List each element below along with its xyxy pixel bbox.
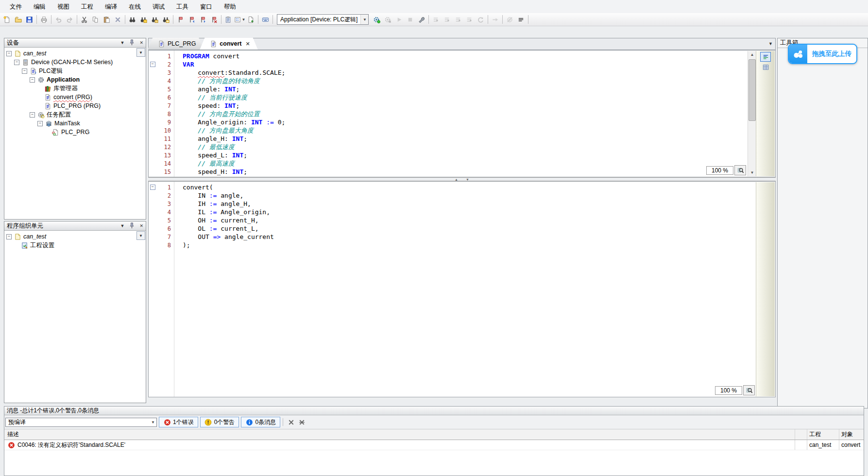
clear-message-button[interactable]	[286, 417, 296, 427]
find-in-project-button[interactable]	[149, 14, 160, 25]
devices-tree-item-task-configuration[interactable]: − 任务配置	[4, 110, 146, 119]
collapse-icon[interactable]: −	[14, 60, 19, 65]
menu-debug[interactable]: 调试	[147, 1, 170, 13]
devices-tree-item-can-test[interactable]: − can_test	[4, 49, 146, 58]
message-category-select[interactable]: 预编译 ▼	[5, 418, 157, 427]
netdisk-upload-button[interactable]: 拖拽至此上传	[788, 44, 857, 64]
pou-dropdown-icon[interactable]: ▼	[120, 223, 125, 228]
devices-tree-item-device-gcan[interactable]: − Device (GCAN-PLC-M Series)	[4, 58, 146, 67]
collapse-icon[interactable]: −	[6, 51, 12, 56]
previous-bookmark-button[interactable]	[186, 14, 197, 25]
scroll-down-icon[interactable]: ▼	[748, 169, 756, 176]
collapse-icon[interactable]: −	[30, 112, 35, 118]
menu-tools[interactable]: 工具	[170, 1, 194, 13]
menu-help[interactable]: 帮助	[218, 1, 242, 13]
redo-button[interactable]	[64, 14, 75, 25]
next-statement-button[interactable]	[490, 14, 501, 25]
collapse-icon[interactable]: −	[22, 68, 27, 74]
quick-replace-button[interactable]	[138, 14, 149, 25]
virtual-keys-button[interactable]	[260, 14, 271, 25]
declarations-dropdown-button[interactable]: ▼	[234, 14, 245, 25]
stop-button[interactable]	[405, 14, 416, 25]
message-row[interactable]: C0046: 没有定义标识符'Standard.SCALE' can_test …	[4, 440, 864, 450]
login-button[interactable]	[371, 14, 382, 25]
undo-button[interactable]	[53, 14, 64, 25]
implementation-editor[interactable]: − 1 convert( 2 IN := angle, 3 IH := angl…	[148, 181, 776, 397]
tab-list-dropdown-icon[interactable]: ▼	[768, 41, 773, 46]
pou-tree-item-can-test[interactable]: − can_test	[4, 232, 146, 241]
devices-tree-item-maintask-plc-prg[interactable]: PLC_PRG	[4, 128, 146, 136]
splitter-up-icon[interactable]: ▲	[455, 178, 458, 181]
devices-tree-item-plc-logic[interactable]: − PLC逻辑	[4, 67, 146, 75]
devices-tree-item-convert-prg[interactable]: convert (PRG)	[4, 93, 146, 102]
build-wrench-button[interactable]	[416, 14, 427, 25]
declaration-editor[interactable]: 1 PROGRAM convert − 2 VAR 3 convert:Stan…	[148, 50, 776, 177]
editor-splitter[interactable]: ▲ ▼	[148, 177, 776, 181]
logout-button[interactable]	[382, 14, 393, 25]
splitter-down-icon[interactable]: ▼	[466, 178, 469, 181]
devices-dropdown-icon[interactable]: ▼	[120, 40, 125, 45]
save-button[interactable]	[24, 14, 35, 25]
copy-button[interactable]	[90, 14, 101, 25]
declaration-scrollbar[interactable]: ▲ ▼	[748, 51, 756, 176]
fold-collapse-icon[interactable]: −	[150, 62, 155, 67]
menu-window[interactable]: 窗口	[194, 1, 218, 13]
editor-tab-plc-prg[interactable]: PLC_PRG	[148, 38, 204, 50]
find-button[interactable]	[127, 14, 138, 25]
flow-control-button[interactable]	[515, 14, 527, 25]
collapse-icon[interactable]: −	[30, 77, 35, 83]
paste-button[interactable]	[101, 14, 112, 25]
scrollbar-thumb[interactable]	[749, 59, 756, 121]
menu-project[interactable]: 工程	[75, 1, 99, 13]
new-file-button[interactable]	[1, 14, 13, 25]
print-button[interactable]	[38, 14, 50, 25]
devices-close-icon[interactable]: ✕	[139, 40, 143, 45]
step-over-button[interactable]	[430, 14, 442, 25]
devices-tree-item-library-manager[interactable]: 库管理器	[4, 84, 146, 93]
clear-bookmarks-button[interactable]	[208, 14, 220, 25]
pou-pin-icon[interactable]	[128, 222, 136, 230]
close-tab-icon[interactable]: ✕	[246, 41, 250, 47]
devices-tree-item-plc-prg[interactable]: PLC_PRG (PRG)	[4, 102, 146, 110]
active-application-select[interactable]: Application [Device: PLC逻辑] ▼	[277, 14, 369, 25]
declaration-zoom-button[interactable]	[734, 165, 746, 175]
step-out-button[interactable]	[453, 14, 464, 25]
text-view-button[interactable]	[760, 52, 771, 62]
collapse-icon[interactable]: −	[6, 234, 12, 239]
scroll-up-icon[interactable]: ▲	[748, 51, 756, 58]
devices-tree-item-application[interactable]: − Application	[4, 75, 146, 84]
replace-in-project-button[interactable]	[160, 14, 171, 25]
devices-tree-item-maintask[interactable]: − MainTask	[4, 119, 146, 128]
editor-tab-convert[interactable]: convert ✕	[200, 38, 257, 50]
menu-build[interactable]: 编译	[99, 1, 123, 13]
filter-errors-button[interactable]: 1个错误	[159, 417, 198, 427]
reset-button[interactable]	[475, 14, 486, 25]
menu-file[interactable]: 文件	[4, 1, 28, 13]
devices-pin-icon[interactable]	[128, 39, 136, 47]
cut-button[interactable]	[79, 14, 90, 25]
fold-collapse-icon[interactable]: −	[150, 185, 155, 190]
filter-warnings-button[interactable]: 0个警告	[200, 417, 239, 427]
filter-notes-button[interactable]: 0条消息	[241, 417, 280, 427]
menu-edit[interactable]: 编辑	[28, 1, 51, 13]
input-assistant-button[interactable]	[223, 14, 234, 25]
pou-close-icon[interactable]: ✕	[139, 223, 143, 228]
start-button[interactable]	[393, 14, 405, 25]
run-to-cursor-button[interactable]	[464, 14, 475, 25]
new-object-button[interactable]	[245, 14, 256, 25]
implementation-zoom-button[interactable]	[743, 385, 755, 395]
clear-all-messages-button[interactable]	[296, 417, 307, 427]
open-project-button[interactable]	[13, 14, 24, 25]
menu-view[interactable]: 视图	[51, 1, 75, 13]
pou-tree-item-project-settings[interactable]: 工程设置	[4, 241, 146, 250]
step-into-button[interactable]	[442, 14, 453, 25]
collapse-icon[interactable]: −	[37, 121, 43, 126]
toggle-bookmark-button[interactable]	[175, 14, 186, 25]
tabular-view-button[interactable]	[761, 63, 770, 71]
toggle-breakpoint-button[interactable]	[504, 14, 515, 25]
pou-tree-filter-button[interactable]: ▼	[136, 231, 145, 240]
next-bookmark-button[interactable]	[197, 14, 208, 25]
delete-button[interactable]	[112, 14, 123, 25]
devices-tree-filter-button[interactable]: ▼	[136, 48, 145, 57]
menu-online[interactable]: 在线	[123, 1, 147, 13]
